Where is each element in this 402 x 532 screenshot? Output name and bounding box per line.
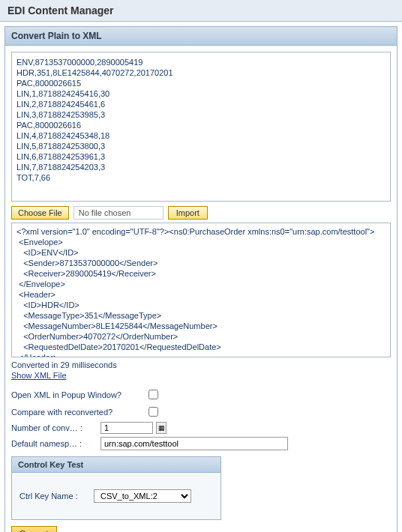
control-key-panel: Control Key Test Ctrl Key Name : CSV_to_…: [11, 456, 221, 520]
convert-panel-body: ENV,8713537000000,2890005419 HDR,351,8LE…: [5, 46, 397, 532]
file-chosen-text: No file chosen: [74, 206, 164, 220]
defaultns-row: Default namesp… :: [11, 437, 391, 450]
defaultns-label: Default namesp… :: [11, 439, 98, 448]
open-popup-checkbox[interactable]: [148, 390, 158, 399]
numconv-spinner[interactable]: ▦: [156, 422, 166, 434]
compare-label: Compare with reconverted?: [11, 408, 142, 417]
xml-output[interactable]: <?xml version="1.0" encoding="UTF-8"?><n…: [11, 223, 391, 357]
compare-checkbox[interactable]: [148, 407, 158, 417]
open-popup-label: Open XML in Popup Window?: [11, 390, 142, 399]
numconv-input[interactable]: [100, 422, 153, 434]
main-content: Convert Plain to XML ENV,8713537000000,2…: [0, 22, 402, 532]
numconv-row: Number of conv… : ▦: [11, 422, 391, 434]
status-text: Converted in 29 milliseconds: [11, 360, 391, 369]
control-key-body: Ctrl Key Name : CSV_to_XML:2: [12, 473, 220, 519]
convert-panel: Convert Plain to XML ENV,8713537000000,2…: [4, 26, 398, 532]
compare-row: Compare with reconverted?: [11, 405, 391, 419]
ctrlkey-label: Ctrl Key Name :: [20, 492, 91, 501]
convert-button[interactable]: Convert: [11, 526, 57, 532]
open-popup-row: Open XML in Popup Window?: [11, 387, 391, 402]
ctrlkey-row: Ctrl Key Name : CSV_to_XML:2: [20, 489, 213, 503]
ctrlkey-select[interactable]: CSV_to_XML:2: [94, 489, 191, 503]
plain-text-input[interactable]: ENV,8713537000000,2890005419 HDR,351,8LE…: [11, 52, 391, 202]
show-xml-link[interactable]: Show XML File: [11, 371, 67, 380]
page-title: EDI Content Manager: [0, 0, 402, 22]
control-key-header: Control Key Test: [12, 457, 220, 473]
numconv-label: Number of conv… :: [11, 423, 98, 432]
convert-panel-header: Convert Plain to XML: [5, 27, 397, 46]
defaultns-input[interactable]: [100, 437, 288, 450]
import-button[interactable]: Import: [168, 206, 208, 220]
choose-file-button[interactable]: Choose File: [11, 206, 69, 220]
file-row: Choose File No file chosen Import: [11, 206, 391, 220]
